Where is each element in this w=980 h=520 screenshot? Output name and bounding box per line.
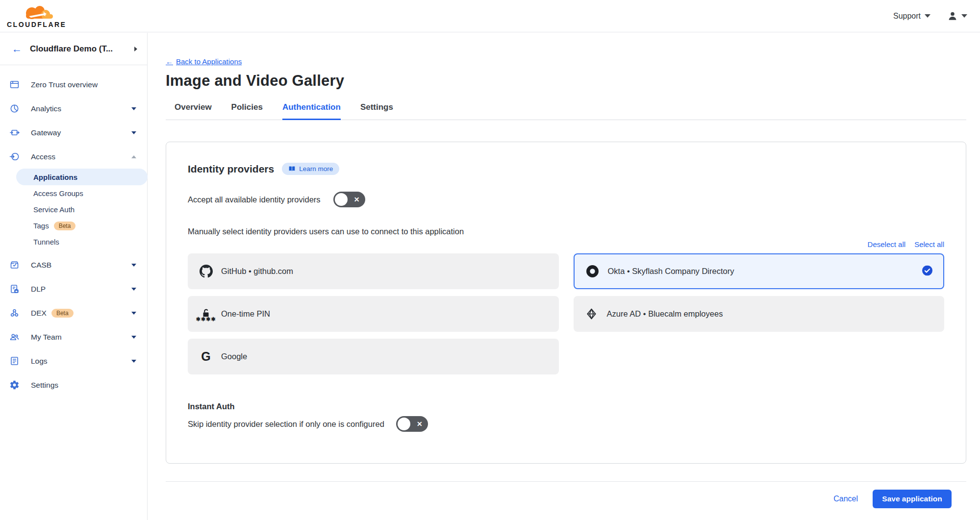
cancel-button[interactable]: Cancel [833, 495, 858, 503]
main-content: ← Back to Applications Image and Video G… [148, 33, 980, 520]
book-icon [288, 166, 296, 172]
user-menu[interactable] [947, 11, 967, 22]
analytics-icon [9, 103, 20, 114]
sidebar-item-tags[interactable]: Tags Beta [0, 218, 147, 234]
sidebar-item-dex[interactable]: DEX Beta [0, 301, 147, 325]
provider-name: GitHub • github.com [221, 267, 293, 276]
sidebar-item-logs[interactable]: Logs [0, 349, 147, 373]
back-to-applications-link[interactable]: ← Back to Applications [166, 57, 242, 66]
sidebar-item-casb[interactable]: CASB [0, 253, 147, 277]
tab-authentication[interactable]: Authentication [282, 102, 341, 120]
provider-card-azure-ad[interactable]: Azure AD • Bluecalm employees [574, 296, 945, 332]
github-icon [199, 265, 213, 278]
sidebar-item-access[interactable]: Access [0, 145, 147, 169]
otp-lock-icon: ✱✱✱✱ [199, 308, 213, 320]
casb-icon [9, 260, 20, 270]
dlp-icon [9, 284, 20, 294]
user-icon [947, 11, 958, 22]
chevron-down-icon[interactable] [131, 288, 136, 291]
settings-gear-icon [9, 380, 20, 390]
card-title: Identity providers [188, 163, 274, 175]
sidebar-subitem-label: Access Groups [33, 189, 83, 198]
chevron-down-icon[interactable] [131, 131, 136, 134]
topbar-right: Support [893, 11, 967, 22]
sidebar-item-analytics[interactable]: Analytics [0, 97, 147, 121]
provider-card-github[interactable]: GitHub • github.com [188, 253, 559, 289]
sidebar-subitem-label: Tunnels [33, 238, 59, 246]
tab-overview[interactable]: Overview [175, 102, 212, 120]
chevron-down-icon[interactable] [131, 107, 136, 110]
accept-all-label: Accept all available identity providers [188, 195, 321, 204]
instant-auth-label: Skip identity provider selection if only… [188, 420, 384, 429]
back-arrow-icon[interactable]: ← [12, 44, 22, 54]
sidebar-subitem-label: Tags [33, 222, 49, 230]
chevron-up-icon[interactable] [131, 155, 136, 158]
instant-auth-toggle[interactable]: ✕ [396, 416, 428, 432]
sidebar-subitem-label: Service Auth [33, 205, 75, 214]
sidebar-item-access-groups[interactable]: Access Groups [0, 185, 147, 201]
sidebar-item-label: DLP [31, 285, 120, 294]
chevron-down-icon [961, 14, 967, 18]
chevron-down-icon[interactable] [131, 264, 136, 267]
provider-name: Azure AD • Bluecalm employees [607, 309, 723, 319]
sidebar-account-header: ← Cloudflare Demo (T... [0, 33, 147, 65]
gateway-icon [9, 127, 20, 138]
instant-auth-title: Instant Auth [188, 402, 944, 411]
sidebar-item-my-team[interactable]: My Team [0, 325, 147, 349]
save-application-button[interactable]: Save application [873, 490, 952, 508]
account-name[interactable]: Cloudflare Demo (T... [30, 44, 126, 54]
sidebar-nav: Zero Trust overview Analytics Gateway Ac… [0, 65, 147, 397]
selection-links: Deselect all Select all [188, 240, 944, 248]
access-icon [9, 151, 20, 162]
sidebar-item-gateway[interactable]: Gateway [0, 121, 147, 145]
sidebar-item-tunnels[interactable]: Tunnels [0, 234, 147, 250]
sidebar: ← Cloudflare Demo (T... Zero Trust overv… [0, 33, 148, 520]
chevron-down-icon[interactable] [131, 336, 136, 339]
provider-card-one-time-pin[interactable]: ✱✱✱✱ One-time PIN [188, 296, 559, 332]
cloudflare-logo[interactable]: CLOUDFLARE [7, 4, 66, 28]
team-icon [9, 332, 20, 342]
page-title: Image and Video Gallery [166, 72, 966, 90]
overview-icon [9, 79, 20, 90]
sidebar-item-service-auth[interactable]: Service Auth [0, 201, 147, 218]
cloudflare-cloud-icon [14, 4, 59, 22]
sidebar-item-label: My Team [31, 333, 120, 342]
chevron-right-icon[interactable] [134, 47, 137, 51]
deselect-all-link[interactable]: Deselect all [868, 240, 906, 248]
sidebar-item-label: CASB [31, 261, 120, 270]
provider-card-google[interactable]: G Google [188, 339, 559, 374]
sidebar-item-dlp[interactable]: DLP [0, 277, 147, 301]
select-all-link[interactable]: Select all [914, 240, 944, 248]
brand-wordmark: CLOUDFLARE [7, 21, 66, 28]
footer-actions: Cancel Save application [166, 490, 966, 508]
provider-name: One-time PIN [221, 309, 270, 319]
back-arrow-icon: ← [166, 57, 173, 66]
support-menu[interactable]: Support [893, 12, 930, 21]
sidebar-item-zero-trust-overview[interactable]: Zero Trust overview [0, 73, 147, 97]
otp-stars: ✱✱✱✱ [196, 318, 216, 320]
provider-card-okta[interactable]: Okta • Skyflash Company Directory [574, 253, 945, 289]
dex-icon [9, 308, 20, 318]
logs-icon [9, 356, 20, 366]
learn-more-label: Learn more [299, 165, 333, 173]
provider-name: Google [221, 352, 247, 361]
chevron-down-icon[interactable] [131, 360, 136, 363]
chevron-down-icon[interactable] [131, 312, 136, 315]
tab-policies[interactable]: Policies [231, 102, 263, 120]
accept-all-toggle[interactable]: ✕ [333, 192, 365, 207]
toggle-knob [398, 418, 410, 430]
footer-divider [166, 481, 966, 482]
sidebar-subitem-label: Applications [33, 173, 77, 181]
sidebar-item-label: Zero Trust overview [31, 80, 136, 89]
sidebar-item-settings[interactable]: Settings [0, 373, 147, 397]
sidebar-item-applications[interactable]: Applications [16, 169, 148, 185]
back-link-label: Back to Applications [176, 57, 242, 66]
sidebar-item-text: DEX [31, 309, 47, 318]
instant-auth-row: Skip identity provider selection if only… [188, 416, 944, 432]
toggle-x-icon: ✕ [354, 196, 360, 203]
tab-settings[interactable]: Settings [360, 102, 393, 120]
identity-providers-card: Identity providers Learn more Accept all… [166, 142, 966, 464]
learn-more-button[interactable]: Learn more [282, 163, 339, 175]
card-header: Identity providers Learn more [188, 163, 944, 175]
provider-grid: GitHub • github.com Okta • Skyflash Comp… [188, 253, 944, 374]
